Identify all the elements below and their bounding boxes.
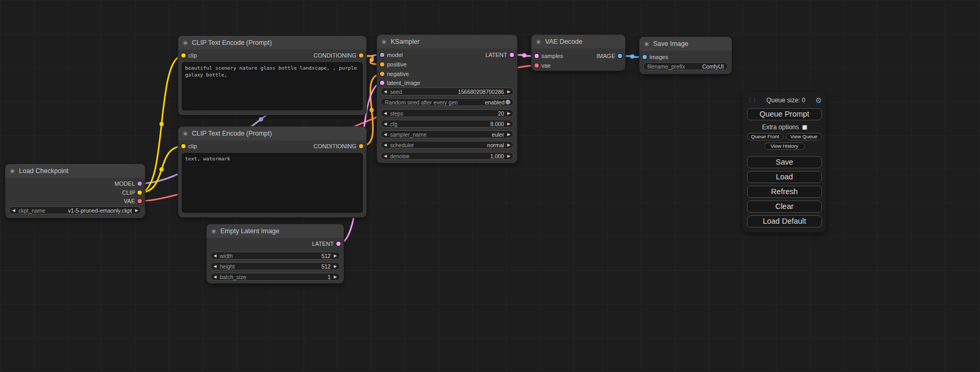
input-slot-clip[interactable]: clip: [181, 142, 197, 150]
output-slot-vae[interactable]: VAE: [124, 197, 142, 205]
queue-front-button[interactable]: Queue Front: [747, 133, 783, 140]
widget-width[interactable]: ◀ width 512 ▶: [210, 252, 340, 260]
right-arrow-icon[interactable]: ▶: [334, 275, 337, 279]
latent-slot-dot[interactable]: [535, 54, 539, 58]
node-title-bar[interactable]: Empty Latent Image: [207, 224, 344, 238]
node-title-bar[interactable]: CLIP Text Encode (Prompt): [178, 127, 366, 140]
input-slot-model[interactable]: model: [380, 51, 403, 59]
latent-slot-dot[interactable]: [510, 53, 514, 57]
image-slot-dot[interactable]: [618, 54, 622, 58]
conditioning-slot-dot[interactable]: [380, 72, 384, 76]
collapse-toggle-icon[interactable]: [382, 40, 386, 44]
right-arrow-icon[interactable]: ▶: [507, 90, 510, 94]
drag-handle-icon[interactable]: ⋮⋮: [747, 97, 756, 104]
output-slot-latent[interactable]: LATENT: [312, 240, 341, 248]
latent-slot-dot[interactable]: [336, 242, 341, 246]
right-arrow-icon[interactable]: ▶: [334, 264, 337, 269]
clear-button[interactable]: Clear: [747, 201, 822, 213]
input-slot-positive[interactable]: positive: [380, 60, 406, 69]
left-arrow-icon[interactable]: ◀: [384, 122, 387, 126]
node-clip-text-encode-negative[interactable]: CLIP Text Encode (Prompt) clip CONDITION…: [178, 127, 366, 217]
node-title-bar[interactable]: KSampler: [377, 35, 517, 49]
output-slot-latent[interactable]: LATENT: [486, 51, 514, 59]
graph-canvas[interactable]: Load Checkpoint MODEL CLIP VAE ◀ ckpt_na…: [0, 0, 980, 372]
output-slot-conditioning[interactable]: CONDITIONING: [314, 142, 363, 150]
input-slot-negative[interactable]: negative: [380, 70, 409, 78]
input-slot-images[interactable]: images: [643, 53, 668, 61]
save-button[interactable]: Save: [747, 156, 822, 168]
model-slot-dot[interactable]: [380, 53, 384, 57]
widget-cfg[interactable]: ◀ cfg 8.000 ▶: [381, 120, 513, 128]
clip-slot-dot[interactable]: [181, 53, 186, 58]
input-slot-latent-image[interactable]: latent_image: [380, 79, 420, 87]
input-slot-samples[interactable]: samples: [535, 52, 563, 60]
right-arrow-icon[interactable]: ▶: [507, 122, 510, 126]
left-arrow-icon[interactable]: ◀: [214, 275, 217, 279]
prompt-textarea[interactable]: text, watermark: [182, 153, 363, 213]
right-arrow-icon[interactable]: ▶: [334, 254, 337, 258]
load-default-button[interactable]: Load Default: [747, 215, 822, 227]
node-clip-text-encode-positive[interactable]: CLIP Text Encode (Prompt) clip CONDITION…: [178, 36, 366, 115]
collapse-toggle-icon[interactable]: [183, 41, 188, 45]
right-arrow-icon[interactable]: ▶: [507, 143, 510, 147]
output-slot-model[interactable]: MODEL: [114, 179, 142, 188]
node-ksampler[interactable]: KSampler model LATENT positive negative …: [377, 35, 517, 163]
collapse-toggle-icon[interactable]: [536, 40, 541, 44]
widget-sampler-name[interactable]: ◀ sampler_name euler ▶: [381, 130, 513, 138]
widget-scheduler[interactable]: ◀ scheduler normal ▶: [381, 141, 513, 149]
node-title-bar[interactable]: CLIP Text Encode (Prompt): [178, 36, 366, 50]
left-arrow-icon[interactable]: ◀: [12, 208, 15, 213]
widget-height[interactable]: ◀ height 512 ▶: [210, 262, 340, 270]
model-slot-dot[interactable]: [138, 182, 142, 186]
output-slot-conditioning[interactable]: CONDITIONING: [314, 51, 363, 60]
clip-slot-dot[interactable]: [138, 190, 142, 195]
node-load-checkpoint[interactable]: Load Checkpoint MODEL CLIP VAE ◀ ckpt_na…: [5, 164, 145, 218]
right-arrow-icon[interactable]: ▶: [507, 132, 510, 137]
vae-slot-dot[interactable]: [535, 63, 539, 68]
collapse-toggle-icon[interactable]: [183, 131, 188, 136]
collapse-toggle-icon[interactable]: [644, 42, 649, 46]
collapse-toggle-icon[interactable]: [211, 229, 216, 234]
left-arrow-icon[interactable]: ◀: [384, 143, 387, 147]
latent-slot-dot[interactable]: [380, 81, 384, 85]
load-button[interactable]: Load: [747, 171, 822, 183]
widget-filename-prefix[interactable]: filename_prefix ComfyUI: [643, 62, 728, 70]
conditioning-slot-dot[interactable]: [359, 144, 363, 148]
widget-random-seed-toggle[interactable]: Random seed after every gen enabled: [381, 98, 513, 106]
node-title-bar[interactable]: VAE Decode: [531, 35, 625, 49]
node-title-bar[interactable]: Load Checkpoint: [5, 164, 145, 178]
left-arrow-icon[interactable]: ◀: [214, 264, 217, 269]
right-arrow-icon[interactable]: ▶: [507, 154, 510, 158]
refresh-button[interactable]: Refresh: [747, 186, 822, 198]
widget-ckpt-name[interactable]: ◀ ckpt_name v1-5-pruned-emaonly.ckpt ▶: [9, 206, 141, 214]
widget-batch-size[interactable]: ◀ batch_size 1 ▶: [210, 273, 340, 281]
view-queue-button[interactable]: View Queue: [786, 133, 822, 140]
left-arrow-icon[interactable]: ◀: [384, 90, 387, 94]
input-slot-clip[interactable]: clip: [181, 51, 197, 60]
left-arrow-icon[interactable]: ◀: [214, 254, 217, 258]
left-arrow-icon[interactable]: ◀: [384, 132, 387, 137]
clip-slot-dot[interactable]: [181, 144, 186, 148]
node-empty-latent-image[interactable]: Empty Latent Image LATENT ◀ width 512 ▶ …: [207, 224, 344, 283]
node-title-bar[interactable]: Save Image: [639, 37, 732, 51]
output-slot-image[interactable]: IMAGE: [597, 52, 622, 60]
right-arrow-icon[interactable]: ▶: [135, 208, 138, 213]
view-history-button[interactable]: View History: [764, 142, 805, 150]
left-arrow-icon[interactable]: ◀: [384, 154, 387, 158]
right-arrow-icon[interactable]: ▶: [507, 111, 510, 116]
output-slot-clip[interactable]: CLIP: [122, 188, 142, 197]
conditioning-slot-dot[interactable]: [359, 53, 363, 58]
toggle-knob-icon[interactable]: [506, 100, 510, 104]
vae-slot-dot[interactable]: [138, 199, 142, 203]
input-slot-vae[interactable]: vae: [535, 61, 551, 70]
left-arrow-icon[interactable]: ◀: [384, 111, 387, 116]
widget-seed[interactable]: ◀ seed 156680208700286 ▶: [381, 88, 513, 96]
node-vae-decode[interactable]: VAE Decode samples IMAGE vae: [531, 35, 625, 71]
conditioning-slot-dot[interactable]: [380, 62, 384, 66]
prompt-textarea[interactable]: beautiful scenery nature glass bottle la…: [182, 62, 363, 110]
collapse-toggle-icon[interactable]: [10, 169, 15, 174]
widget-steps[interactable]: ◀ steps 20 ▶: [381, 109, 513, 117]
node-save-image[interactable]: Save Image images filename_prefix ComfyU…: [639, 37, 732, 74]
widget-denoise[interactable]: ◀ denoise 1.000 ▶: [381, 152, 513, 160]
extra-options-checkbox[interactable]: [802, 125, 807, 130]
